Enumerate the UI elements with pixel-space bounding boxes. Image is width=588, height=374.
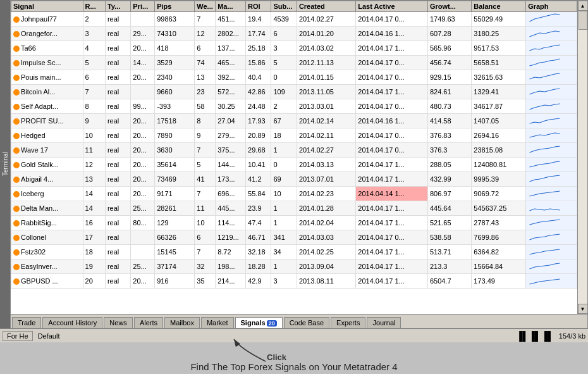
table-row[interactable]: Self Adapt... 8 real 99... -393 58 30.25… — [11, 99, 577, 114]
cell-graph — [526, 274, 577, 289]
cell-signal: EasyInver... — [11, 259, 83, 274]
table-row[interactable]: Fstz302 18 real 15145 7 8.72 32.18 34 20… — [11, 245, 577, 259]
tab-market[interactable]: Market — [201, 317, 234, 328]
table-row[interactable]: PROFIT SU... 9 real 20... 17518 8 27.04 … — [11, 114, 577, 128]
cell-ma: 445... — [216, 201, 246, 216]
cell-last-active: 2014.04.17 1... — [356, 245, 428, 259]
table-row[interactable]: Wave 17 11 real 20... 3630 7 375... 29.6… — [11, 143, 577, 158]
table-row[interactable]: Ta66 4 real 20... 418 6 137... 25.18 3 2… — [11, 41, 577, 56]
cell-signal: Collonel — [11, 230, 83, 245]
scroll-down-btn[interactable]: ▼ — [578, 304, 588, 314]
scroll-thumb[interactable] — [579, 11, 587, 30]
cell-rank: 11 — [83, 143, 105, 158]
table-row[interactable]: Bitcoin Al... 7 real 9660 23 572... 42.8… — [11, 85, 577, 99]
col-graph[interactable]: Graph — [526, 1, 577, 12]
cell-last-active: 2014.04.17 1... — [356, 172, 428, 187]
cell-signal: Wave 17 — [11, 143, 83, 158]
col-pri[interactable]: Pri... — [131, 1, 155, 12]
col-last-active[interactable]: Last Active — [356, 1, 428, 12]
cell-signal: Fstz302 — [11, 245, 83, 259]
tab-journal[interactable]: Journal — [367, 317, 401, 328]
cell-roi: 42.86 — [246, 85, 271, 99]
tab-code-base[interactable]: Code Base — [284, 317, 329, 328]
col-created[interactable]: Created — [297, 1, 355, 12]
cell-balance: 9069.72 — [472, 187, 526, 201]
scroll-up-btn[interactable]: ▲ — [578, 1, 588, 11]
tab-signals[interactable]: Signals20 — [235, 317, 283, 328]
tab-trade[interactable]: Trade — [12, 317, 41, 328]
cell-graph — [526, 172, 577, 187]
cell-balance: 2787.43 — [472, 216, 526, 230]
mini-graph-svg — [528, 56, 563, 68]
signal-icon — [13, 264, 20, 270]
cell-rank: 14 — [83, 187, 105, 201]
col-growth[interactable]: Growt... — [427, 1, 471, 12]
col-roi[interactable]: ROI — [246, 1, 271, 12]
cell-created: 2014.01.28 — [297, 201, 355, 216]
signal-icon — [13, 235, 20, 241]
tab-experts[interactable]: Experts — [331, 317, 365, 328]
col-we[interactable]: We... — [195, 1, 216, 12]
mini-graph-svg — [528, 42, 563, 53]
signal-icon — [13, 133, 20, 139]
table-row[interactable]: Orangefor... 3 real 29... 74310 12 2802.… — [11, 27, 577, 41]
scrollbar-right[interactable]: ▲ ▼ — [577, 1, 587, 314]
table-row[interactable]: Hedged 10 real 20... 7890 9 279... 20.89… — [11, 128, 577, 143]
cell-growth: 213.3 — [427, 259, 471, 274]
cell-created: 2013.07.01 — [297, 172, 355, 187]
scroll-track[interactable] — [578, 11, 587, 304]
cell-sub: 1 — [271, 216, 297, 230]
cell-pips: 3529 — [155, 56, 195, 70]
table-row[interactable]: Collonel 17 real 66326 6 1219... 46.71 3… — [11, 230, 577, 245]
signal-icon — [13, 177, 20, 183]
table-row[interactable]: Abigail 4... 13 real 20... 73469 41 173.… — [11, 172, 577, 187]
for-help-btn[interactable]: For He — [3, 331, 33, 341]
col-sub[interactable]: Sub... — [271, 1, 297, 12]
cell-balance: 173.49 — [472, 274, 526, 289]
cell-type: real — [105, 274, 130, 289]
cell-roi: 42.9 — [246, 274, 271, 289]
cell-type: real — [105, 70, 130, 85]
cell-created: 2014.02.11 — [297, 128, 355, 143]
table-row[interactable]: Pouis main... 6 real 20... 2340 13 392..… — [11, 70, 577, 85]
cell-pri: 80... — [131, 216, 155, 230]
table-row[interactable]: Delta Man... 14 real 25... 28261 11 445.… — [11, 201, 577, 216]
col-pips[interactable]: Pips — [155, 1, 195, 12]
cell-we: 10 — [195, 216, 216, 230]
tab-alerts[interactable]: Alerts — [134, 317, 163, 328]
signal-icon — [13, 31, 20, 37]
table-row[interactable]: Iceberg 14 real 20... 9171 7 696... 55.8… — [11, 187, 577, 201]
cell-roi: 32.18 — [246, 245, 271, 259]
cell-balance: 3180.25 — [472, 27, 526, 41]
table-row[interactable]: Impulse Sc... 5 real 14... 3529 74 465..… — [11, 56, 577, 70]
tab-mailbox[interactable]: Mailbox — [164, 317, 200, 328]
table-row[interactable]: EasyInver... 19 real 25... 37174 32 198.… — [11, 259, 577, 274]
cell-created: 2014.01.15 — [297, 70, 355, 85]
col-balance[interactable]: Balance — [472, 1, 526, 12]
mini-graph-svg — [528, 187, 563, 199]
cell-balance: 34617.87 — [472, 99, 526, 114]
table-row[interactable]: RabbitSig... 16 real 80... 129 10 114...… — [11, 216, 577, 230]
cell-pips: 37174 — [155, 259, 195, 274]
cell-created: 2014.02.27 — [297, 12, 355, 27]
cell-pri: 20... — [131, 41, 155, 56]
table-row[interactable]: GBPUSD ... 20 real 20... 916 35 214... 4… — [11, 274, 577, 289]
table-scroll[interactable]: Signal R... Ty... Pri... Pips We... Ma..… — [11, 1, 577, 314]
col-ma[interactable]: Ma... — [216, 1, 246, 12]
col-type[interactable]: Ty... — [105, 1, 130, 12]
cell-growth: 376.83 — [427, 128, 471, 143]
cell-pri: 20... — [131, 128, 155, 143]
cell-last-active: 2014.04.17 0... — [356, 56, 428, 70]
table-row[interactable]: Johnpaul77 2 real 99863 7 451... 19.4 45… — [11, 12, 577, 27]
mini-graph-svg — [528, 246, 563, 257]
col-rank[interactable]: R... — [83, 1, 105, 12]
cell-sub: 67 — [271, 114, 297, 128]
cell-growth: 513.71 — [427, 245, 471, 259]
table-row[interactable]: Gold Stalk... 12 real 20... 35614 5 144.… — [11, 158, 577, 172]
cell-ma: 214... — [216, 274, 246, 289]
tab-account-history[interactable]: Account History — [42, 317, 102, 328]
cell-ma: 114... — [216, 216, 246, 230]
col-signal[interactable]: Signal — [11, 1, 83, 12]
tab-news[interactable]: News — [104, 317, 133, 328]
cell-growth: 376.3 — [427, 143, 471, 158]
